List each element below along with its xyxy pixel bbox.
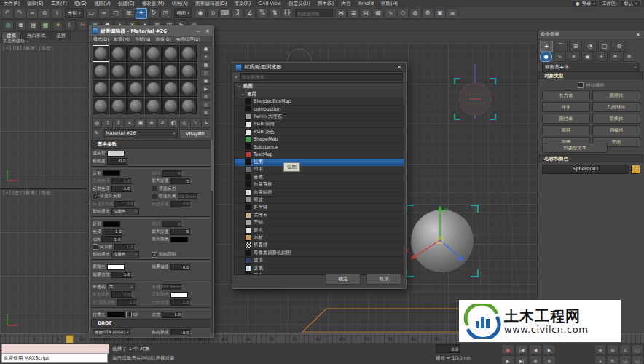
bind-to-space-warp-icon[interactable]: ≀ — [51, 8, 63, 19]
material-editor-menu-item[interactable]: 选项(O) — [153, 36, 173, 42]
command-panel-titlebar[interactable]: 命令面板 ✕ — [538, 31, 644, 39]
sample-slot[interactable] — [127, 63, 144, 79]
map-list-item[interactable]: BlendedBoxMap — [235, 98, 404, 106]
map-list-item[interactable]: 平铺 — [235, 219, 404, 226]
param-dropdown[interactable]: 无▾ — [107, 283, 135, 290]
shapes-category-icon[interactable]: ∿ — [554, 52, 566, 62]
sample-slot[interactable] — [93, 45, 109, 62]
primitive-button[interactable]: 四棱锥 — [592, 125, 640, 135]
color-swatch[interactable] — [170, 237, 188, 242]
render-setup-icon[interactable]: ⚙ — [422, 8, 433, 19]
time-config-icon[interactable]: ⚙ — [543, 355, 556, 364]
ok-button[interactable]: 确定 — [326, 274, 361, 285]
helpers-category-icon[interactable]: + — [595, 52, 608, 62]
list-icon[interactable]: ≣ — [15, 20, 26, 31]
coordinate-field[interactable]: 0.0 — [436, 344, 460, 353]
spinner-field[interactable]: 5 — [170, 178, 192, 184]
map-list-item[interactable]: 波浪 — [235, 257, 404, 264]
get-material-icon[interactable]: ◍ — [92, 118, 102, 128]
spinner-field[interactable]: 1.0 — [103, 229, 125, 235]
map-list-item[interactable]: 位图 — [235, 159, 404, 166]
redo-icon[interactable]: ↷ — [14, 8, 25, 19]
collapse-icon[interactable]: − — [237, 84, 241, 89]
checkbox[interactable]: ✓ — [152, 252, 157, 258]
go-forward-to-sibling-icon[interactable]: ↳ — [201, 118, 211, 128]
menu-item[interactable]: Arnold — [354, 0, 377, 7]
ribbon-toggle-icon[interactable]: ▦ — [372, 8, 384, 19]
sample-slot[interactable] — [180, 80, 197, 97]
material-editor-menu-item[interactable]: 模式(D) — [91, 36, 111, 42]
sample-slot[interactable] — [145, 80, 162, 97]
display-tab-icon[interactable]: ▢ — [598, 41, 611, 52]
systems-category-icon[interactable]: ⚙ — [623, 52, 635, 62]
color-swatch[interactable] — [107, 264, 125, 270]
map-list-item[interactable]: 大理石 — [235, 212, 404, 219]
sample-slot[interactable] — [93, 80, 109, 97]
rendered-frame-window-icon[interactable]: ▣ — [434, 8, 446, 19]
video-color-check-icon[interactable]: ▣ — [200, 77, 211, 84]
spinner-field[interactable]: 1.0 — [111, 272, 133, 278]
menu-item[interactable]: 工具(T) — [47, 0, 71, 7]
menu-item[interactable]: 创建(C) — [114, 0, 138, 7]
sample-slot[interactable] — [127, 80, 144, 97]
spinner-field[interactable]: 1.0 — [111, 178, 133, 184]
menu-item[interactable]: 图形编辑器(D) — [192, 0, 230, 7]
scrollbar-thumb[interactable] — [211, 140, 213, 191]
go-to-end-icon[interactable]: ▶| — [515, 355, 528, 364]
show-map-in-viewport-icon[interactable]: ◧ — [168, 118, 178, 128]
spinner-field[interactable]: 100.0mm — [178, 193, 200, 199]
map-list-item[interactable]: TextMap — [235, 151, 404, 159]
spinner-field[interactable]: 1.0 — [111, 186, 133, 192]
mirror-icon[interactable]: ⋈ — [335, 8, 347, 19]
orbit-icon[interactable]: ↻ — [607, 355, 619, 364]
utilities-tab-icon[interactable]: ⚙ — [613, 41, 626, 52]
map-list-item[interactable]: Substance — [235, 143, 404, 151]
map-list-item[interactable]: 棋盘格 — [235, 242, 404, 249]
sample-slot[interactable] — [180, 98, 197, 114]
angle-snap-icon[interactable]: ∠ — [244, 8, 256, 19]
rectangular-selection-region-icon[interactable]: ▢ — [111, 8, 122, 19]
viewport-bottom[interactable]: [+] [左] [标准] [线框] — [0, 189, 88, 333]
selection-filter-dropdown[interactable]: 全部 ▾ — [65, 8, 84, 18]
material-editor-menu-item[interactable]: 材质(M) — [111, 36, 132, 42]
assign-material-to-selection-icon[interactable]: ↧ — [114, 118, 124, 128]
color-swatch[interactable] — [103, 170, 120, 176]
sample-slot[interactable] — [162, 45, 179, 62]
viewport-top-label[interactable]: [+] [顶] [标准] [线框] — [3, 45, 52, 52]
show-end-result-icon[interactable]: ◎ — [179, 118, 189, 128]
rollout-header[interactable]: 基本参数 — [91, 140, 212, 149]
reset-map-icon[interactable]: ✕ — [125, 118, 135, 128]
spinner-field[interactable]: 1.0 — [170, 299, 192, 306]
moon-icon[interactable]: ☾ — [65, 20, 76, 31]
field-of-view-icon[interactable]: ◲ — [619, 355, 631, 364]
modify-tab-icon[interactable]: ⌒ — [554, 41, 568, 52]
menu-item[interactable]: 视图(V) — [90, 0, 114, 7]
hierarchy-tab-icon[interactable]: ⊞ — [569, 41, 582, 52]
sample-slot[interactable] — [162, 63, 179, 79]
space-warps-category-icon[interactable]: ≋ — [609, 52, 621, 62]
select-object-icon[interactable]: ▭ — [86, 8, 98, 19]
material-editor-icon[interactable]: ◍ — [409, 8, 421, 19]
map-list-item[interactable]: 木材 — [235, 234, 404, 242]
primitive-button[interactable]: 长方体 — [542, 90, 590, 100]
login-button[interactable]: ● 登录 ▾ — [572, 0, 599, 7]
menu-item[interactable]: Civil View — [254, 0, 285, 7]
collapse-icon[interactable]: − — [240, 92, 245, 97]
menu-item[interactable]: 脚本(S) — [314, 0, 338, 7]
layer-manager-icon[interactable]: ▤ — [360, 8, 372, 19]
menu-item[interactable]: 组(G) — [71, 0, 90, 7]
menu-item[interactable]: 文件(F) — [0, 0, 23, 7]
close-icon[interactable]: ✕ — [396, 64, 403, 70]
material-map-navigator-icon[interactable]: ≣ — [200, 108, 211, 116]
checkbox[interactable] — [152, 194, 157, 199]
pick-material-icon[interactable]: ✎ — [92, 129, 101, 138]
put-to-library-icon[interactable]: ⊕ — [146, 118, 157, 128]
map-list-item[interactable]: 合成 — [235, 174, 404, 181]
curve-editor-icon[interactable]: ∿ — [385, 8, 396, 19]
go-to-parent-icon[interactable]: ↰ — [190, 118, 200, 128]
primitive-button[interactable]: 圆锥体 — [592, 90, 640, 100]
put-material-to-scene-icon[interactable]: ↥ — [103, 118, 113, 128]
color-swatch[interactable] — [170, 292, 188, 298]
scrollbar[interactable] — [211, 140, 213, 333]
object-color-swatch[interactable] — [631, 165, 640, 174]
